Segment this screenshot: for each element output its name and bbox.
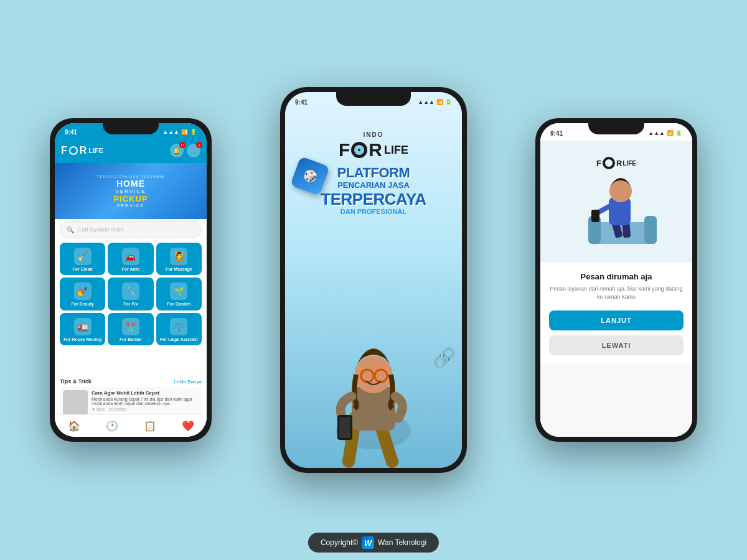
orders-nav-icon[interactable]: 📋: [144, 420, 156, 432]
person-illustration: [285, 306, 462, 468]
left-time: 9:41: [65, 129, 77, 136]
home-nav-icon[interactable]: 🏠: [68, 420, 80, 432]
center-logo-f: F: [339, 139, 350, 161]
tips-views: 👁 1202: [92, 408, 105, 411]
right-title: Pesan dirumah aja: [549, 272, 684, 281]
copyright-text: Copyright©: [321, 538, 358, 547]
notification-bell[interactable]: 🔔 11: [170, 144, 184, 157]
service-for-house-moving[interactable]: 🚛 For House Moving: [60, 313, 105, 345]
left-logo: F R LIFE: [61, 145, 103, 156]
signal-icon: ▲▲▲: [162, 129, 179, 135]
center-signal-icon: ▲▲▲: [418, 99, 435, 105]
right-wifi-icon: 📶: [667, 130, 674, 136]
center-time: 9:41: [295, 99, 308, 106]
auto-icon: 🚗: [122, 248, 139, 265]
favorites-nav-icon[interactable]: ❤️: [182, 420, 194, 432]
sitting-woman-svg: [585, 175, 660, 250]
right-signal-icon: ▲▲▲: [648, 130, 665, 136]
center-phone-screen: 9:41 ▲▲▲ 📶 🔋 INDO F: [285, 92, 462, 468]
platform-line4: DAN PROFESIONAL: [321, 208, 426, 215]
legal-label: For Legal Asistant: [160, 337, 198, 342]
banner-text: TERPERCAYA DAN TERJAMIN HOME SERVICE PIC…: [97, 175, 164, 208]
service-for-massage[interactable]: 💆 For Massage: [156, 243, 202, 275]
massage-icon: 💆: [170, 248, 187, 265]
center-for-life-logo: F R LIFE: [339, 139, 408, 161]
left-header: F R LIFE 🔔 11 🛒 3: [55, 138, 207, 163]
lanjut-button[interactable]: LANJUT: [549, 310, 684, 330]
center-logo-life: LIFE: [384, 144, 408, 157]
clean-label: For Clean: [73, 267, 93, 272]
search-bar[interactable]: 🔍 Cari layanan disini: [60, 221, 202, 238]
tips-thumbnail: [63, 390, 88, 415]
garden-label: For Garden: [167, 302, 190, 307]
logo-r: R: [80, 145, 87, 156]
platform-text: PLATFORM PENCARIAN JASA TERPERCAYA DAN P…: [311, 166, 435, 215]
fix-icon: 🔧: [122, 282, 139, 300]
service-for-fix[interactable]: 🔧 For Fix: [108, 278, 153, 310]
svg-rect-1: [352, 387, 395, 431]
person-svg: [286, 306, 461, 468]
legal-icon: ⚖️: [170, 318, 187, 335]
service-for-garden[interactable]: 🌱 For Garden: [156, 278, 202, 310]
right-time: 9:41: [550, 130, 563, 137]
right-phone: 9:41 ▲▲▲ 📶 🔋 F R: [535, 118, 697, 442]
platform-line2: PENCARIAN JASA: [321, 180, 426, 190]
lewati-button[interactable]: LEWATI: [549, 335, 684, 355]
rfl-f: F: [596, 159, 601, 168]
wifi-icon: 📶: [181, 129, 188, 135]
service-for-beauty[interactable]: 💅 For Beauty: [60, 278, 105, 310]
left-status-icons: ▲▲▲ 📶 🔋: [162, 129, 197, 135]
svg-rect-10: [644, 216, 657, 244]
tips-card[interactable]: Cara Agar Mobil Lebih Cepat Mobil anda k…: [60, 387, 202, 418]
scene: 9:41 ▲▲▲ 📶 🔋 F R LIFE 🔔: [0, 0, 747, 560]
auto-label: For Auto: [122, 267, 140, 272]
search-placeholder-text: Cari layanan disini: [78, 226, 124, 233]
tips-headline: Cara Agar Mobil Lebih Cepat: [92, 390, 199, 396]
tips-section: Tips & Trick Lebih Banya Cara Agar Mobil…: [55, 378, 207, 418]
indo-text: INDO: [339, 131, 408, 138]
svg-rect-16: [591, 210, 599, 222]
rfl-r: R: [616, 159, 622, 168]
clean-icon: 🧹: [74, 248, 92, 265]
bottom-nav: 🏠 🕐 📋 ❤️: [55, 414, 207, 437]
fix-label: For Fix: [123, 302, 138, 307]
right-bottom-content: Pesan dirumah aja Pesan layanan dari rum…: [540, 263, 692, 365]
beauty-icon: 💅: [74, 282, 92, 300]
garden-icon: 🌱: [170, 282, 187, 300]
notification-badge: 11: [179, 142, 186, 148]
tips-more[interactable]: Lebih Banya: [174, 379, 202, 385]
right-content: 9:41 ▲▲▲ 📶 🔋 F R: [540, 123, 692, 437]
massage-label: For Massage: [166, 267, 192, 272]
service-for-clean[interactable]: 🧹 For Clean: [60, 243, 105, 275]
right-phone-screen: 9:41 ▲▲▲ 📶 🔋 F R: [540, 123, 692, 437]
copyright-bar: Copyright© W Wan Teknologi: [308, 533, 439, 553]
center-status-icons: ▲▲▲ 📶 🔋: [418, 99, 452, 105]
cart-icon[interactable]: 🛒 3: [187, 144, 200, 157]
center-logo-dot: [358, 149, 360, 151]
banner-label: TERPERCAYA DAN TERJAMIN: [97, 175, 164, 179]
service-for-legal[interactable]: ⚖️ For Legal Asistant: [156, 313, 202, 345]
left-phone-screen: 9:41 ▲▲▲ 📶 🔋 F R LIFE 🔔: [55, 123, 207, 437]
logo-life: LIFE: [88, 147, 103, 154]
battery-icon: 🔋: [190, 129, 197, 135]
right-status-icons: ▲▲▲ 📶 🔋: [648, 130, 682, 136]
left-banner: TERPERCAYA DAN TERJAMIN HOME SERVICE PIC…: [55, 163, 207, 219]
tips-title: Tips & Trick: [60, 378, 92, 385]
logo-f: F: [61, 145, 67, 156]
tips-content: Cara Agar Mobil Lebih Cepat Mobil anda k…: [92, 390, 199, 415]
center-notch: [336, 92, 411, 106]
right-battery-icon: 🔋: [675, 130, 682, 136]
tips-meta: 👁 1202 12/12/2021: [92, 408, 199, 411]
tips-header: Tips & Trick Lebih Banya: [60, 378, 202, 385]
logo-o-circle: [69, 146, 78, 155]
right-logo: F R LIFE: [596, 157, 636, 169]
rfl-circle-inner: [605, 159, 613, 167]
service-for-barber[interactable]: ✂️ For Barber: [108, 313, 153, 345]
service-for-auto[interactable]: 🚗 For Auto: [108, 243, 153, 275]
service-grid: 🧹 For Clean 🚗 For Auto 💆 For Massage 💅 F…: [60, 243, 202, 345]
platform-line1: PLATFORM: [321, 166, 426, 180]
svg-rect-7: [339, 417, 350, 438]
right-notch: [588, 123, 644, 134]
center-wifi-icon: 📶: [436, 99, 443, 105]
history-nav-icon[interactable]: 🕐: [106, 420, 118, 432]
